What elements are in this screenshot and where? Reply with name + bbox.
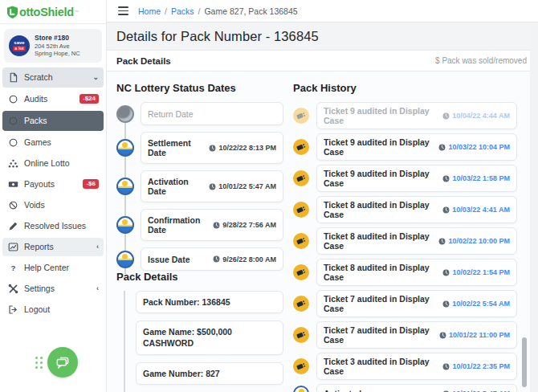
sidebar-item-reports[interactable]: Reports‹ [2,238,104,256]
sidebar-item-scratch[interactable]: Scratch⌄ [2,67,104,88]
chat-widget [35,347,78,378]
right-column: Pack History Ticket 9 audited in Display… [293,82,517,392]
timestamp: 9/28/22 7:56 AM [213,221,276,229]
sidebar-item-label: Audits [24,94,47,104]
file-icon [7,71,18,83]
timestamp: 10/03/22 10:04 PM [438,143,510,151]
sidebar-item-resolved-issues[interactable]: Resolved Issues [2,217,104,235]
clock-icon [213,222,220,229]
title-band: Details for Pack Number - 136845 [107,22,538,50]
store-card[interactable]: save a lot Store #180 204 52th Ave Sprin… [4,29,102,63]
nc-lottery-icon [116,178,134,195]
pack-history-card: Ticket 7 audited in Display Case10/01/22… [316,321,517,349]
nc-lottery-icon [293,386,309,392]
status-date-row: Issue Date9/26/22 8:00 AM [116,247,283,271]
pack-history-label: Ticket 9 audited in Display Case [324,106,439,125]
clock-icon [438,144,446,151]
app-root: ottoShield™ save a lot Store #180 204 52… [0,0,538,392]
page-margin [530,22,538,392]
status-date-label: Return Date [148,109,276,119]
sidebar-item-label: Online Lotto [24,158,70,168]
sidebar-item-audits[interactable]: Audits-$24 [2,90,104,108]
circle-icon [7,137,18,148]
clock-icon [439,332,446,339]
sidebar-item-payouts[interactable]: Payouts-$6 [2,175,104,194]
alert-badge: -$24 [79,94,99,104]
sidebar: ottoShield™ save a lot Store #180 204 52… [0,0,107,392]
sidebar-item-label: Packs [24,116,47,125]
pack-details-list: Pack Number: 136845Game Name: $500,000 C… [124,291,283,392]
status-date-row: Confirmation Date9/28/22 7:56 AM [116,209,283,241]
status-date-label: Confirmation Date [148,215,210,235]
status-date-card: Issue Date9/26/22 8:00 AM [141,247,283,271]
breadcrumb-home[interactable]: Home [138,6,161,16]
app-logo: ottoShield™ [0,0,106,24]
pack-history-row: Ticket 7 audited in Display Case10/02/22… [293,290,517,317]
status-date-card: Activation Date10/01/22 5:47 AM [141,170,283,202]
chat-button[interactable] [47,347,78,378]
sidebar-item-label: Payouts [24,179,55,189]
circle-icon [7,115,18,126]
empty-status-icon [116,105,134,123]
pack-history-row: Ticket 9 audited in Display Case10/03/22… [293,133,517,161]
clock-icon [442,363,450,370]
sidebar-item-settings[interactable]: Settings‹ [2,280,104,298]
sidebar-item-label: Reports [24,242,54,251]
sidebar-item-logout[interactable]: Logout [2,300,104,319]
dots-icon [7,157,18,169]
store-address-line2: Spring Hope, NC [35,50,80,57]
status-date-row: Settlement Date10/22/22 8:13 PM [116,132,283,164]
ticket-icon [293,139,309,155]
hamburger-menu-icon[interactable] [116,5,130,16]
sidebar-item-packs[interactable]: Packs [2,111,104,131]
logout-icon [7,304,18,315]
sidebar-item-voids[interactable]: Voids [2,196,104,214]
bill-icon [7,178,18,190]
sidebar-item-label: Resolved Issues [24,221,86,231]
alert-badge: -$6 [83,179,99,189]
pack-history-row: Ticket 8 audited in Display Case10/02/22… [293,227,517,255]
timestamp: 10/01/22 11:00 PM [439,331,510,339]
pack-history-card: Ticket 8 audited in Display Case10/02/22… [316,227,517,255]
pack-history-row: Ticket 7 audited in Display Case10/01/22… [293,321,517,349]
timestamp: 10/03/22 1:58 PM [442,174,510,182]
status-date-row: Return Date [116,102,283,125]
pack-history-label: Ticket 9 audited in Display Case [324,137,435,157]
clock-icon [438,238,446,245]
pack-details-heading: Pack Details [116,271,283,283]
status-date-card: Confirmation Date9/28/22 7:56 AM [141,209,283,241]
svg-text:?: ? [10,263,15,272]
drag-handle-icon[interactable] [35,357,43,369]
store-brand-icon: save a lot [9,35,30,56]
pack-history-label: Ticket 8 audited in Display Case [324,263,439,282]
scrollbar-thumb[interactable] [522,337,527,387]
circle-icon [7,93,18,104]
clock-icon [213,255,220,263]
main-area: Home/Packs/Game 827, Pack 136845 Details… [107,0,538,392]
breadcrumb-packs[interactable]: Packs [171,6,194,16]
pack-history-label: Ticket 9 audited in Display Case [324,169,439,188]
breadcrumb-game-827-pack-136845: Game 827, Pack 136845 [204,6,297,16]
status-date-label: Settlement Date [148,138,206,157]
pack-history-row: Ticket 8 audited in Display Case10/03/22… [293,196,517,223]
ticket-icon [293,296,309,312]
ticket-icon [293,358,309,374]
chevron-left-icon: ‹ [96,243,99,251]
timestamp: 10/01/22 5:47 AM [209,182,276,190]
topbar: Home/Packs/Game 827, Pack 136845 [107,0,538,22]
ticket-icon [293,327,309,343]
sidebar-item-online-lotto[interactable]: Online Lotto [2,154,104,173]
ban-icon [7,199,18,210]
store-name: Store #180 [35,34,80,42]
pack-history-row: Ticket 8 audited in Display Case10/02/22… [293,259,517,286]
status-date-row: Activation Date10/01/22 5:47 AM [116,170,283,202]
pack-history-label: Ticket 8 audited in Display Case [324,200,439,219]
sidebar-item-games[interactable]: Games [2,133,104,152]
sidebar-item-label: Voids [24,200,45,210]
sidebar-item-help-center[interactable]: ?Help Center [2,259,104,277]
timestamp: 10/02/22 10:00 PM [438,237,510,245]
pack-history-card: Ticket 8 audited in Display Case10/02/22… [316,259,517,286]
trademark: ™ [74,10,79,14]
chevron-left-icon: ‹ [96,284,99,292]
sidebar-nav: Scratch⌄Audits-$24PacksGamesOnline Lotto… [0,67,106,320]
